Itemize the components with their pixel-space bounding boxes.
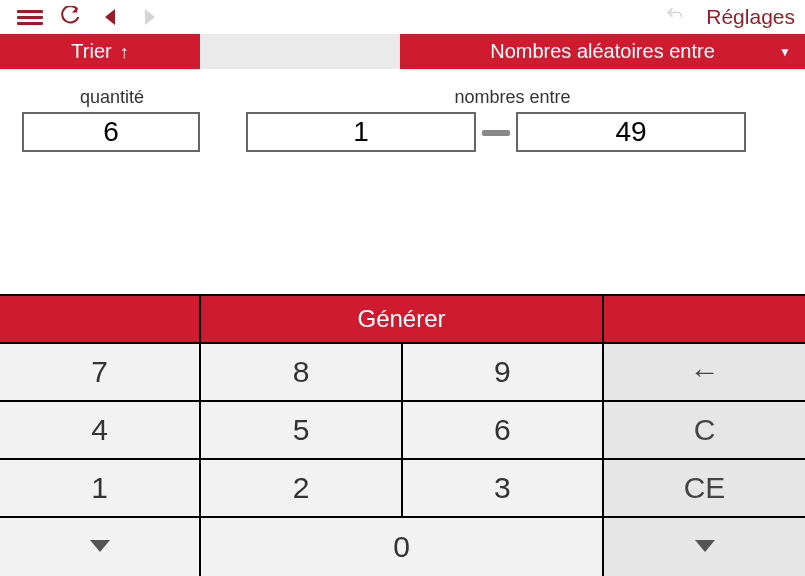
back-icon[interactable] — [90, 9, 130, 25]
generate-pad-right — [604, 296, 805, 342]
svg-marker-3 — [695, 540, 715, 552]
between-label: nombres entre — [242, 87, 783, 108]
backspace-icon: ← — [689, 355, 719, 389]
from-input[interactable]: 1 — [246, 112, 476, 152]
generate-pad-left — [0, 296, 201, 342]
key-1[interactable]: 1 — [0, 460, 201, 518]
to-input[interactable]: 49 — [516, 112, 746, 152]
menu-icon[interactable] — [10, 10, 50, 25]
key-2[interactable]: 2 — [201, 460, 402, 518]
key-0[interactable]: 0 — [201, 518, 604, 576]
svg-marker-1 — [145, 9, 155, 25]
key-clear-entry[interactable]: CE — [604, 460, 805, 518]
sort-label: Trier — [71, 40, 111, 63]
generate-button[interactable]: Générer — [201, 296, 604, 342]
key-9[interactable]: 9 — [403, 344, 604, 402]
mode-bar: Trier ↑ Nombres aléatoires entre ▼ — [0, 34, 805, 69]
range-dash-icon — [476, 123, 516, 141]
undo-icon — [664, 5, 686, 30]
svg-marker-0 — [105, 9, 115, 25]
key-6[interactable]: 6 — [403, 402, 604, 460]
params-area: quantité nombres entre 6 1 49 — [0, 69, 805, 292]
settings-button[interactable]: Réglages — [706, 5, 795, 29]
key-3[interactable]: 3 — [403, 460, 604, 518]
key-extra-right[interactable] — [604, 518, 805, 576]
keypad: Générer 7 8 9 ← 4 5 6 C 1 2 3 CE 0 — [0, 294, 805, 576]
svg-marker-2 — [90, 540, 110, 552]
mode-dropdown[interactable]: Nombres aléatoires entre ▼ — [400, 34, 805, 69]
key-7[interactable]: 7 — [0, 344, 201, 402]
key-5[interactable]: 5 — [201, 402, 402, 460]
key-extra-left[interactable] — [0, 518, 201, 576]
mode-main-label: Nombres aléatoires entre — [490, 40, 715, 63]
key-backspace[interactable]: ← — [604, 344, 805, 402]
key-8[interactable]: 8 — [201, 344, 402, 402]
sort-button[interactable]: Trier ↑ — [0, 34, 200, 69]
key-clear[interactable]: C — [604, 402, 805, 460]
reload-icon[interactable] — [50, 6, 90, 28]
mode-blank — [200, 34, 400, 69]
quantity-input[interactable]: 6 — [22, 112, 200, 152]
key-4[interactable]: 4 — [0, 402, 201, 460]
top-toolbar: Réglages — [0, 0, 805, 34]
sort-asc-icon: ↑ — [120, 43, 129, 61]
chevron-down-icon: ▼ — [779, 45, 791, 59]
forward-icon — [130, 9, 170, 25]
quantity-label: quantité — [22, 87, 202, 108]
